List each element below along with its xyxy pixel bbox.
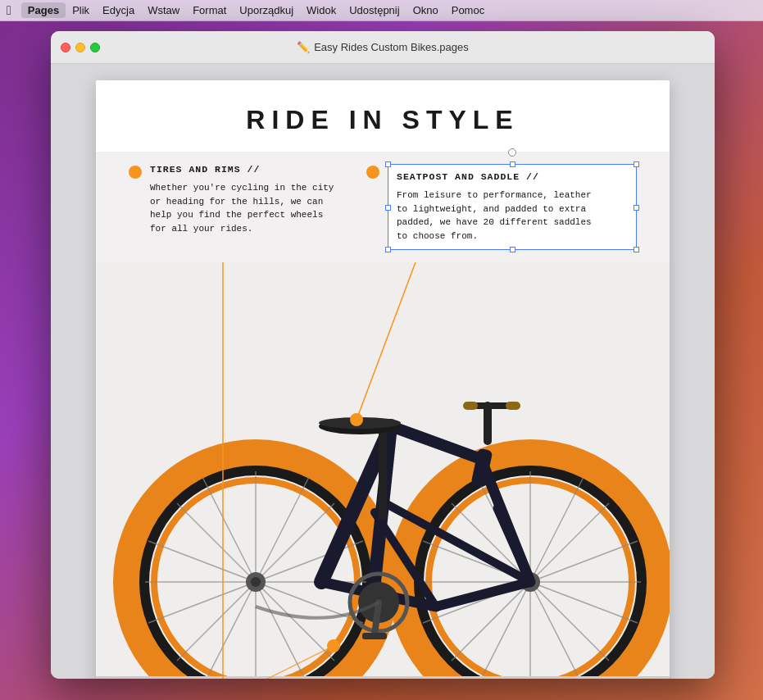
dot-chain bbox=[327, 639, 340, 652]
close-button[interactable] bbox=[61, 43, 70, 52]
handle-bottom-middle[interactable] bbox=[510, 247, 515, 252]
menu-udostepnij[interactable]: Udostępnij bbox=[343, 2, 406, 18]
handle-bottom-left[interactable] bbox=[385, 247, 391, 252]
menu-uporzadkuj[interactable]: Uporządkuj bbox=[233, 2, 300, 18]
annotation-text-left: TIRES AND RIMS // Whether you're cycling… bbox=[150, 164, 342, 235]
annotation-heading-right: SEATPOST AND SADDLE // bbox=[397, 171, 628, 182]
svg-rect-66 bbox=[362, 633, 387, 639]
titlebar: ✏️ Easy Rides Custom Bikes.pages bbox=[51, 31, 715, 64]
window-title: Easy Rides Custom Bikes.pages bbox=[314, 41, 469, 53]
handle-middle-right[interactable] bbox=[634, 205, 639, 211]
document-icon: ✏️ bbox=[297, 41, 310, 53]
annotation-right-inner: SEATPOST AND SADDLE // From leisure to p… bbox=[366, 164, 637, 250]
minimize-button[interactable] bbox=[75, 43, 85, 52]
apple-menu[interactable]:  bbox=[7, 3, 11, 18]
svg-rect-67 bbox=[96, 676, 670, 679]
annotation-body-right: From leisure to performance, leatherto l… bbox=[397, 189, 628, 243]
menu-widok[interactable]: Widok bbox=[300, 2, 343, 18]
menubar:  Pages Plik Edycja Wstaw Format Uporząd… bbox=[0, 0, 763, 21]
annotation-right-container: SEATPOST AND SADDLE // From leisure to p… bbox=[366, 164, 637, 250]
document-canvas[interactable]: RIDE IN STYLE TIRES AND RIMS // Whether … bbox=[51, 64, 715, 679]
handle-middle-left[interactable] bbox=[385, 205, 391, 211]
menu-okno[interactable]: Okno bbox=[406, 2, 445, 18]
menu-format[interactable]: Format bbox=[186, 2, 233, 18]
svg-line-65 bbox=[375, 602, 379, 635]
handle-bottom-right[interactable] bbox=[634, 247, 639, 252]
annotations-area: TIRES AND RIMS // Whether you're cycling… bbox=[96, 152, 670, 262]
menu-pomoc[interactable]: Pomoc bbox=[445, 2, 491, 18]
window-title-container: ✏️ Easy Rides Custom Bikes.pages bbox=[297, 41, 469, 53]
text-selection-box[interactable]: SEATPOST AND SADDLE // From leisure to p… bbox=[388, 164, 637, 250]
bike-illustration bbox=[96, 262, 670, 679]
fullscreen-button[interactable] bbox=[90, 43, 100, 52]
dot-saddle bbox=[350, 413, 363, 426]
menu-plik[interactable]: Plik bbox=[66, 2, 96, 18]
svg-rect-57 bbox=[506, 402, 520, 410]
handle-top-middle[interactable] bbox=[510, 161, 515, 167]
menu-edycja[interactable]: Edycja bbox=[96, 2, 141, 18]
handle-top-left[interactable] bbox=[385, 161, 391, 167]
annotation-heading-left: TIRES AND RIMS // bbox=[150, 164, 342, 175]
bike-image-area bbox=[96, 262, 670, 679]
menu-pages[interactable]: Pages bbox=[21, 2, 66, 18]
page-title-area: RIDE IN STYLE bbox=[96, 80, 670, 152]
annotation-dot-left bbox=[129, 166, 142, 179]
annotation-body-left: Whether you're cycling in the cityor hea… bbox=[150, 181, 342, 235]
handle-top-right[interactable] bbox=[634, 161, 639, 167]
annotation-dot-right bbox=[366, 166, 379, 179]
document-page: RIDE IN STYLE TIRES AND RIMS // Whether … bbox=[96, 80, 670, 679]
annotation-left: TIRES AND RIMS // Whether you're cycling… bbox=[129, 164, 342, 235]
app-window: ✏️ Easy Rides Custom Bikes.pages RIDE IN… bbox=[51, 31, 715, 679]
menu-wstaw[interactable]: Wstaw bbox=[141, 2, 186, 18]
traffic-lights bbox=[61, 43, 100, 52]
svg-rect-56 bbox=[463, 402, 478, 410]
page-title: RIDE IN STYLE bbox=[129, 105, 637, 135]
rotation-handle[interactable] bbox=[508, 148, 516, 157]
svg-point-22 bbox=[251, 577, 261, 587]
